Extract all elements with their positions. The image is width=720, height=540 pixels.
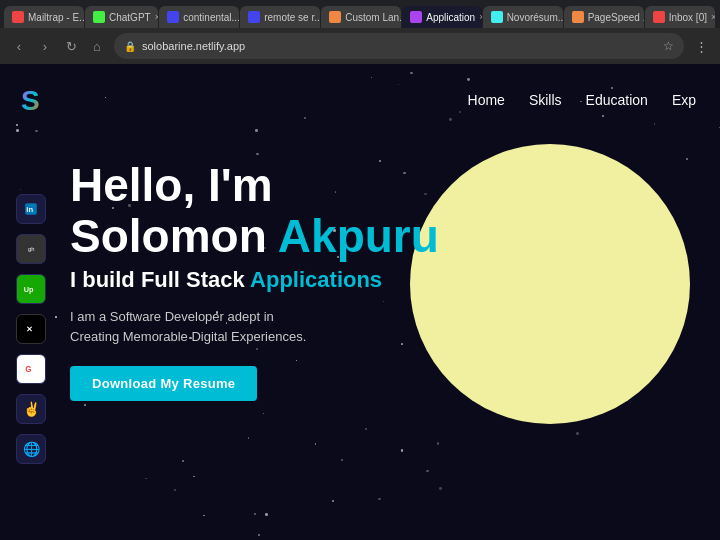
star-5 [365,428,367,430]
tab-favicon-3 [248,11,260,23]
bookmark-icon: ☆ [663,39,674,53]
tab-favicon-2 [167,11,179,23]
browser-tab-0[interactable]: Mailtrap - E...× [4,6,84,28]
star-44 [145,478,147,480]
tab-favicon-8 [653,11,665,23]
star-75 [258,534,260,536]
star-14 [341,459,343,461]
tab-favicon-7 [572,11,584,23]
star-35 [437,442,440,445]
browser-tab-6[interactable]: Novorésum...× [483,6,563,28]
site-wrapper: S Home Skills Education Exp in gh Up ✕ G… [0,64,720,540]
tab-label-1: ChatGPT [109,12,151,23]
star-12 [576,432,579,435]
star-77 [315,443,317,445]
star-72 [174,489,176,491]
home-button[interactable]: ⌂ [86,35,108,57]
reload-button[interactable]: ↻ [60,35,82,57]
download-resume-button[interactable]: Download My Resume [70,366,257,401]
site-logo[interactable]: S [16,80,56,120]
tab-label-2: continental... [183,12,239,23]
star-17 [182,460,184,462]
browser-tab-3[interactable]: remote se r...× [240,6,320,28]
back-button[interactable]: ‹ [8,35,30,57]
tab-close-5[interactable]: × [479,12,481,22]
toolbar-actions: ⋮ [690,35,712,57]
hero-section: Hello, I'm Solomon Akpuru I build Full S… [0,120,720,401]
tab-favicon-4 [329,11,341,23]
nav-skills[interactable]: Skills [529,92,562,108]
lock-icon: 🔒 [124,41,136,52]
browser-tabs: Mailtrap - E...×ChatGPT×continental...×r… [0,0,720,28]
hero-greeting: Hello, I'm Solomon Akpuru [70,160,660,261]
browser-tab-5[interactable]: Application× [402,6,481,28]
star-16 [426,470,429,473]
svg-text:S: S [21,85,40,116]
tab-label-0: Mailtrap - E... [28,12,84,23]
nav-exp-partial: Exp [672,92,696,108]
tab-label-6: Novorésum... [507,12,563,23]
tab-label-4: Custom Lan... [345,12,401,23]
nav-buttons: ‹ › ↻ ⌂ [8,35,108,57]
browser-toolbar: ‹ › ↻ ⌂ 🔒 solobarine.netlify.app ☆ ⋮ [0,28,720,64]
hero-subtitle: I build Full Stack Applications [70,267,660,293]
star-69 [401,449,404,452]
tab-favicon-5 [410,11,422,23]
tab-favicon-0 [12,11,24,23]
star-64 [203,515,204,516]
tab-label-5: Application [426,12,475,23]
browser-tab-2[interactable]: continental...× [159,6,239,28]
browser-tab-4[interactable]: Custom Lan...× [321,6,401,28]
site-nav: S Home Skills Education Exp [0,64,720,120]
tab-close-1[interactable]: × [155,12,159,22]
star-70 [439,487,442,490]
nav-home[interactable]: Home [468,92,505,108]
tab-label-3: remote se r... [264,12,320,23]
extensions-button[interactable]: ⋮ [690,35,712,57]
tab-label-7: PageSpeed ... [588,12,644,23]
address-bar[interactable]: 🔒 solobarine.netlify.app ☆ [114,33,684,59]
star-32 [332,500,334,502]
browser-tab-8[interactable]: Inbox [0]× [645,6,715,28]
tab-favicon-1 [93,11,105,23]
star-10 [84,404,86,406]
nav-links: Home Skills Education Exp [468,92,696,108]
tab-favicon-6 [491,11,503,23]
star-66 [263,413,264,414]
nav-education[interactable]: Education [586,92,648,108]
tab-close-8[interactable]: × [711,12,715,22]
browser-tab-7[interactable]: PageSpeed ...× [564,6,644,28]
star-45 [248,437,249,438]
forward-button[interactable]: › [34,35,56,57]
hero-description: I am a Software Developer adept in Creat… [70,307,390,346]
star-56 [254,513,256,515]
star-19 [193,476,195,478]
browser-tab-1[interactable]: ChatGPT× [85,6,158,28]
star-8 [265,513,268,516]
tab-label-8: Inbox [0] [669,12,707,23]
star-57 [378,498,381,501]
address-text: solobarine.netlify.app [142,40,653,52]
globe-icon[interactable]: 🌐 [16,434,46,464]
